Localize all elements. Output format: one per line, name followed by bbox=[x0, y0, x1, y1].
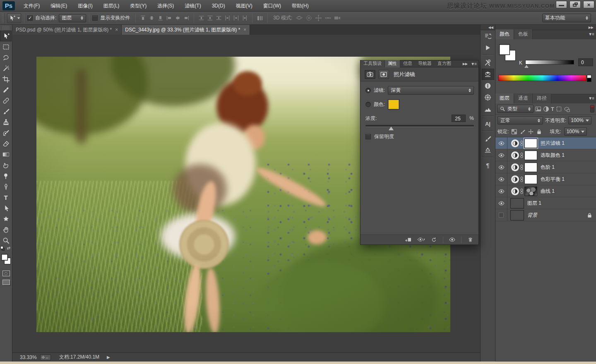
layer-name[interactable]: 图层 1 bbox=[527, 200, 541, 207]
tab-histogram[interactable]: 直方图 bbox=[435, 60, 454, 67]
layer-row-layer1[interactable]: 图层 1 bbox=[495, 197, 596, 209]
fill-dropdown[interactable]: 100% bbox=[564, 127, 587, 136]
layer-row-levels[interactable]: 色阶 1 bbox=[495, 161, 596, 173]
lasso-tool[interactable] bbox=[0, 52, 12, 63]
path-selection-tool[interactable] bbox=[0, 203, 12, 213]
tools-grip[interactable] bbox=[2, 26, 10, 30]
color-radio[interactable] bbox=[365, 102, 371, 107]
actions-panel-icon[interactable] bbox=[482, 42, 494, 53]
tab-swatches[interactable]: 色板 bbox=[514, 29, 533, 39]
opacity-dropdown[interactable]: 100% bbox=[568, 116, 591, 125]
menu-help[interactable]: 帮助(H) bbox=[286, 0, 314, 12]
mask-link-icon[interactable] bbox=[520, 140, 523, 146]
layer-mask-thumbnail[interactable] bbox=[524, 175, 537, 184]
menu-file[interactable]: 文件(F) bbox=[18, 0, 45, 12]
align-left-icon[interactable] bbox=[166, 15, 172, 21]
layer-name[interactable]: 照片滤镜 1 bbox=[541, 140, 565, 147]
view-previous-state-icon[interactable] bbox=[417, 237, 425, 242]
layer-mask-thumbnail[interactable] bbox=[524, 139, 537, 148]
align-vcenter-icon[interactable] bbox=[149, 15, 155, 21]
document-tab-psd[interactable]: PSD.psd @ 50% (照片滤镜 1, 图层蒙版/8) * × bbox=[12, 25, 122, 35]
preserve-luminosity-checkbox[interactable] bbox=[365, 134, 371, 139]
color-spectrum-ramp[interactable] bbox=[498, 75, 586, 81]
distribute-right-icon[interactable] bbox=[242, 15, 248, 21]
visibility-toggle[interactable] bbox=[495, 137, 507, 149]
delete-adjustment-icon[interactable] bbox=[467, 237, 473, 242]
brush-panel-icon[interactable] bbox=[482, 133, 494, 144]
menu-window[interactable]: 窗口(W) bbox=[258, 0, 286, 12]
collapse-icon[interactable]: ▶▶ bbox=[463, 62, 468, 66]
expand-panels-button[interactable]: ◀◀ bbox=[481, 25, 495, 30]
visibility-toggle[interactable] bbox=[495, 161, 507, 173]
menu-image[interactable]: 图像(I) bbox=[72, 0, 98, 12]
zoom-tool[interactable] bbox=[0, 235, 12, 246]
tab-info[interactable]: 信息 bbox=[400, 60, 415, 67]
filter-radio[interactable] bbox=[365, 88, 371, 93]
visibility-icon[interactable] bbox=[449, 237, 455, 242]
move-tool[interactable] bbox=[0, 31, 12, 41]
layer-row-selective-color[interactable]: 选取颜色 1 bbox=[495, 149, 596, 161]
default-swap-colors[interactable]: ⇄ bbox=[0, 246, 12, 251]
tab-color[interactable]: 颜色 bbox=[495, 29, 514, 39]
distribute-widths-icon[interactable] bbox=[257, 15, 263, 22]
tab-layers[interactable]: 图层 bbox=[495, 93, 514, 103]
history-panel-icon[interactable] bbox=[482, 31, 494, 42]
distribute-vcenter-icon[interactable] bbox=[207, 15, 213, 21]
visibility-toggle[interactable] bbox=[495, 173, 507, 185]
menu-3d[interactable]: 3D(D) bbox=[207, 0, 231, 12]
align-hcenter-icon[interactable] bbox=[175, 15, 181, 21]
layer-name[interactable]: 曲线 1 bbox=[541, 188, 555, 195]
blend-mode-dropdown[interactable]: 正常 bbox=[497, 116, 543, 125]
menu-select[interactable]: 选择(S) bbox=[152, 0, 179, 12]
tab-navigator[interactable]: 导航器 bbox=[415, 60, 435, 67]
distribute-bottom-icon[interactable] bbox=[216, 15, 222, 21]
align-top-icon[interactable] bbox=[140, 15, 146, 21]
auto-select-checkbox[interactable]: ✓ bbox=[27, 15, 33, 21]
menu-layer[interactable]: 图层(L) bbox=[98, 0, 125, 12]
lock-all-icon[interactable] bbox=[536, 129, 542, 134]
character-panel-icon[interactable]: A| bbox=[482, 118, 494, 129]
mask-link-icon[interactable] bbox=[520, 152, 523, 158]
layer-name[interactable]: 色阶 1 bbox=[541, 164, 555, 171]
restore-button[interactable] bbox=[570, 1, 581, 8]
info-panel-icon[interactable] bbox=[482, 80, 494, 91]
auto-select-target-dropdown[interactable]: 图层 bbox=[59, 14, 86, 22]
panel-menu-icon[interactable]: ▼≡ bbox=[471, 62, 476, 66]
density-slider-track[interactable] bbox=[365, 125, 474, 127]
menu-filter[interactable]: 滤镜(T) bbox=[179, 0, 206, 12]
tab-channels[interactable]: 通道 bbox=[514, 93, 533, 103]
visibility-toggle[interactable] bbox=[495, 197, 507, 209]
3d-roll-icon[interactable] bbox=[305, 14, 312, 22]
close-tab-icon[interactable]: × bbox=[115, 27, 118, 33]
menu-type[interactable]: 类型(Y) bbox=[125, 0, 152, 12]
menu-view[interactable]: 视图(V) bbox=[231, 0, 258, 12]
quick-mask-button[interactable] bbox=[2, 271, 10, 276]
distribute-left-icon[interactable] bbox=[224, 15, 231, 21]
panel-menu-icon[interactable]: ▼≡ bbox=[588, 32, 594, 36]
scrubby-zoom-icon[interactable]: ✣↔ bbox=[40, 354, 51, 360]
visibility-toggle-off[interactable] bbox=[495, 209, 507, 221]
distribute-top-icon[interactable] bbox=[198, 15, 204, 21]
layer-row-photo-filter[interactable]: 照片滤镜 1 bbox=[495, 137, 596, 149]
marquee-tool[interactable] bbox=[0, 41, 12, 52]
mask-link-icon[interactable] bbox=[520, 188, 523, 194]
status-options-arrow[interactable]: ▶ bbox=[107, 355, 110, 359]
align-right-icon[interactable] bbox=[183, 15, 190, 21]
workspace-switcher[interactable]: 基本功能 bbox=[542, 14, 591, 22]
swap-colors-icon[interactable]: ⇄ bbox=[7, 246, 10, 250]
3d-camera-icon[interactable] bbox=[334, 14, 341, 22]
tool-presets-panel-icon[interactable] bbox=[482, 57, 494, 68]
navigator-panel-icon[interactable] bbox=[482, 92, 494, 103]
document-tab-jpg-active[interactable]: DSC_3443y.jpg @ 33.3% (照片滤镜 1, 图层蒙版/8) *… bbox=[122, 25, 250, 35]
clip-to-layer-icon[interactable] bbox=[405, 237, 411, 242]
brush-tool[interactable] bbox=[0, 106, 12, 117]
screen-mode-button[interactable] bbox=[2, 280, 10, 285]
eraser-tool[interactable] bbox=[0, 138, 12, 149]
align-bottom-icon[interactable] bbox=[157, 15, 163, 21]
layer-mask-thumbnail[interactable] bbox=[524, 163, 537, 172]
minimize-button[interactable] bbox=[556, 1, 567, 8]
layer-name[interactable]: 色彩平衡 1 bbox=[541, 176, 565, 183]
eyedropper-tool[interactable] bbox=[0, 84, 12, 95]
visibility-toggle[interactable] bbox=[495, 185, 507, 197]
paragraph-panel-icon[interactable]: ¶ bbox=[482, 160, 494, 171]
